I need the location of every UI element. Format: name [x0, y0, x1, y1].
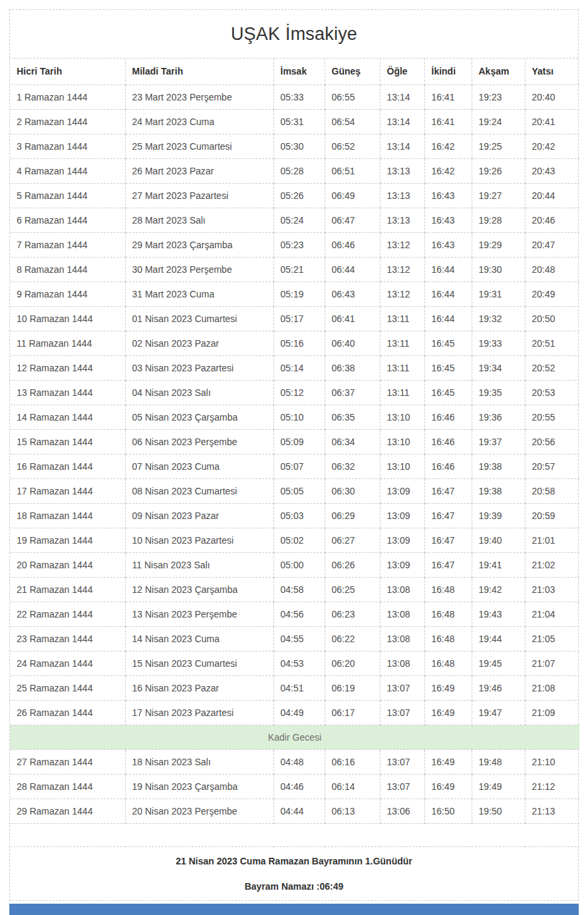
table-cell: 30 Mart 2023 Perşembe — [125, 257, 273, 281]
table-cell: 05:03 — [273, 503, 325, 528]
table-header-row: Hicri Tarih Miladi Tarih İmsak Güneş Öğl… — [10, 59, 579, 85]
table-cell: 19:45 — [472, 651, 525, 675]
table-cell: 05:28 — [273, 158, 325, 183]
table-cell: 13:07 — [380, 774, 424, 799]
table-row: 9 Ramazan 144431 Mart 2023 Cuma05:1906:4… — [10, 281, 579, 306]
table-cell: 21:07 — [525, 651, 579, 675]
table-cell: 16:44 — [424, 281, 472, 306]
table-cell: 06:46 — [325, 232, 380, 257]
table-cell: 19:26 — [472, 158, 525, 183]
page-title: UŞAK İmsakiye — [10, 10, 578, 59]
table-row: 10 Ramazan 144401 Nisan 2023 Cumartesi05… — [10, 306, 579, 331]
table-row: 14 Ramazan 144405 Nisan 2023 Çarşamba05:… — [10, 405, 579, 429]
column-header-miladi-tarih: Miladi Tarih — [125, 59, 273, 85]
table-cell: 27 Ramazan 1444 — [10, 749, 125, 774]
table-cell: 13:09 — [380, 478, 424, 503]
table-cell: 23 Mart 2023 Perşembe — [125, 85, 273, 109]
table-cell: 15 Nisan 2023 Cumartesi — [125, 651, 273, 675]
table-cell: 20 Ramazan 1444 — [10, 552, 125, 577]
table-row: 2 Ramazan 144424 Mart 2023 Cuma05:3106:5… — [10, 109, 579, 134]
table-cell: 18 Ramazan 1444 — [10, 503, 125, 528]
table-row: 29 Ramazan 144420 Nisan 2023 Perşembe04:… — [10, 799, 579, 823]
table-cell: 16:41 — [424, 85, 472, 109]
bayram-prayer-time-text: Bayram Namazı :06:49 — [10, 881, 578, 892]
table-cell: 21:03 — [525, 577, 579, 602]
table-cell: 04:48 — [273, 749, 325, 774]
table-cell: 05:26 — [273, 183, 325, 208]
table-cell: 06:40 — [325, 331, 380, 355]
table-cell: 06:16 — [325, 749, 380, 774]
table-cell: 20:52 — [525, 355, 579, 380]
table-cell: 06:30 — [325, 478, 380, 503]
table-cell: 19:35 — [472, 380, 525, 405]
table-cell: 19:32 — [472, 306, 525, 331]
table-cell: 16:41 — [424, 109, 472, 134]
table-cell: 20:57 — [525, 454, 579, 478]
table-cell: 14 Ramazan 1444 — [10, 405, 125, 429]
table-cell: 16:47 — [424, 503, 472, 528]
table-cell: 9 Ramazan 1444 — [10, 281, 125, 306]
table-cell: 05:10 — [273, 405, 325, 429]
table-cell: 06:38 — [325, 355, 380, 380]
table-cell: 21:12 — [525, 774, 579, 799]
table-cell: 06:54 — [325, 109, 380, 134]
prayer-table-body: 1 Ramazan 144423 Mart 2023 Perşembe05:33… — [10, 85, 579, 846]
table-row: 25 Ramazan 144416 Nisan 2023 Pazar04:510… — [10, 675, 579, 700]
table-cell: 16:46 — [424, 405, 472, 429]
table-cell: 06:52 — [325, 134, 380, 158]
table-cell: 06:44 — [325, 257, 380, 281]
table-cell: 13:09 — [380, 503, 424, 528]
table-cell: 21:08 — [525, 675, 579, 700]
table-cell: 19:25 — [472, 134, 525, 158]
table-row: 3 Ramazan 144425 Mart 2023 Cumartesi05:3… — [10, 134, 579, 158]
table-cell: 13:08 — [380, 602, 424, 626]
table-cell: 6 Ramazan 1444 — [10, 208, 125, 232]
table-cell: 13:14 — [380, 109, 424, 134]
table-cell: 7 Ramazan 1444 — [10, 232, 125, 257]
table-cell: 06:25 — [325, 577, 380, 602]
table-cell: 16:45 — [424, 331, 472, 355]
table-cell: 19:33 — [472, 331, 525, 355]
column-header-hicri-tarih: Hicri Tarih — [10, 59, 125, 85]
table-cell: 06:29 — [325, 503, 380, 528]
column-header-yatsi: Yatsı — [525, 59, 579, 85]
table-cell: 04 Nisan 2023 Salı — [125, 380, 273, 405]
table-cell: 21:13 — [525, 799, 579, 823]
table-cell: 17 Ramazan 1444 — [10, 478, 125, 503]
table-row: 18 Ramazan 144409 Nisan 2023 Pazar05:030… — [10, 503, 579, 528]
table-cell: 16:43 — [424, 183, 472, 208]
table-cell: 19:38 — [472, 478, 525, 503]
table-cell: 21:02 — [525, 552, 579, 577]
table-cell: 29 Ramazan 1444 — [10, 799, 125, 823]
table-cell: 29 Mart 2023 Çarşamba — [125, 232, 273, 257]
table-cell: 16:45 — [424, 355, 472, 380]
table-cell: 05 Nisan 2023 Çarşamba — [125, 405, 273, 429]
table-cell: 04:49 — [273, 700, 325, 725]
table-cell: 19:40 — [472, 528, 525, 552]
table-cell: 04:46 — [273, 774, 325, 799]
table-cell: 06:51 — [325, 158, 380, 183]
table-cell: 13:11 — [380, 331, 424, 355]
table-cell: 13:10 — [380, 454, 424, 478]
table-cell: 04:53 — [273, 651, 325, 675]
table-row: 5 Ramazan 144427 Mart 2023 Pazartesi05:2… — [10, 183, 579, 208]
table-cell: 16:42 — [424, 158, 472, 183]
table-cell: 16:49 — [424, 700, 472, 725]
table-cell: 05:16 — [273, 331, 325, 355]
table-cell: 16:48 — [424, 651, 472, 675]
table-row: 20 Ramazan 144411 Nisan 2023 Salı05:0006… — [10, 552, 579, 577]
table-row: 27 Ramazan 144418 Nisan 2023 Salı04:4806… — [10, 749, 579, 774]
table-cell: 20:58 — [525, 478, 579, 503]
table-cell: 05:23 — [273, 232, 325, 257]
table-cell: 19:29 — [472, 232, 525, 257]
table-cell: 05:19 — [273, 281, 325, 306]
bayram-info-box: 21 Nisan 2023 Cuma Ramazan Bayramının 1.… — [10, 847, 578, 900]
table-cell: 18 Nisan 2023 Salı — [125, 749, 273, 774]
table-cell: 11 Nisan 2023 Salı — [125, 552, 273, 577]
table-cell: 13:12 — [380, 232, 424, 257]
table-cell: 19:31 — [472, 281, 525, 306]
table-cell: 19:30 — [472, 257, 525, 281]
table-cell: 06:20 — [325, 651, 380, 675]
table-cell: 06 Nisan 2023 Perşembe — [125, 429, 273, 454]
table-row: 13 Ramazan 144404 Nisan 2023 Salı05:1206… — [10, 380, 579, 405]
